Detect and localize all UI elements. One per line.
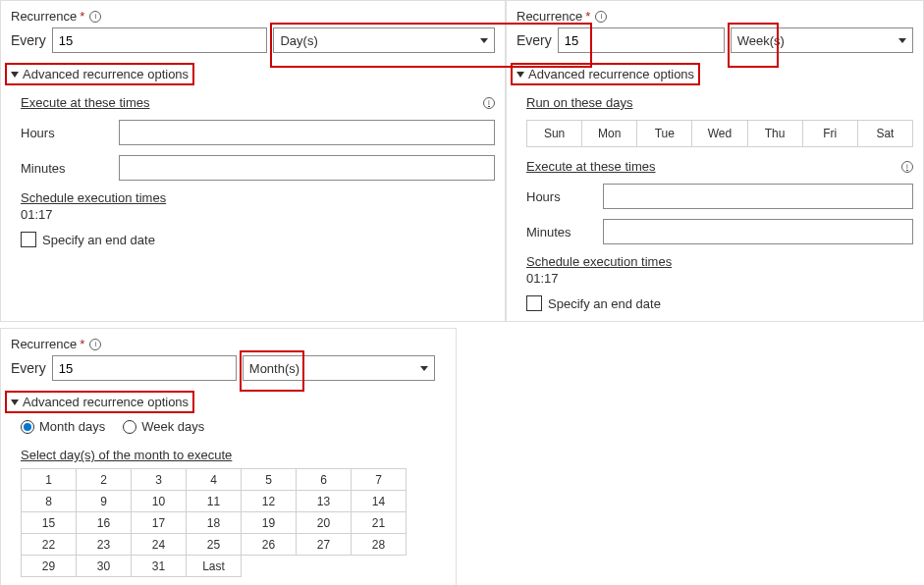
unit-select[interactable]: Week(s)	[731, 27, 913, 53]
hours-input[interactable]	[119, 120, 495, 145]
radio-month-days[interactable]: Month days	[21, 419, 105, 434]
select-month-days-label: Select day(s) of the month to execute	[11, 448, 446, 462]
execute-times-label: Execute at these times	[526, 159, 656, 174]
month-day[interactable]: 1	[22, 469, 77, 491]
execute-times-header: Execute at these times i	[21, 95, 495, 110]
month-day[interactable]: 17	[132, 512, 187, 534]
every-value-input[interactable]	[52, 355, 237, 381]
month-day[interactable]: Last	[187, 556, 242, 577]
month-day[interactable]: 29	[22, 556, 77, 577]
day-sun[interactable]: Sun	[527, 121, 582, 146]
day-wed[interactable]: Wed	[692, 121, 747, 146]
day-fri[interactable]: Fri	[803, 121, 858, 146]
month-day[interactable]: 6	[297, 469, 352, 491]
month-day[interactable]: 5	[242, 469, 297, 491]
minutes-label: Minutes	[21, 161, 119, 176]
advanced-options-label: Advanced recurrence options	[23, 67, 189, 81]
recurrence-panel-months: Recurrence * i Every Month(s) Advanced r…	[0, 328, 457, 585]
recurrence-label-row: Recurrence * i	[516, 9, 913, 24]
month-day[interactable]: 28	[352, 534, 407, 556]
recurrence-title: Recurrence	[516, 9, 582, 24]
minutes-input[interactable]	[119, 155, 495, 181]
month-day[interactable]: 27	[297, 534, 352, 556]
end-date-label: Specify an end date	[42, 233, 155, 247]
month-day[interactable]: 20	[297, 512, 352, 534]
advanced-options-toggle[interactable]: Advanced recurrence options	[11, 67, 189, 81]
every-row: Every Month(s)	[11, 355, 446, 381]
hours-input[interactable]	[603, 184, 913, 209]
radio-week-days[interactable]: Week days	[123, 419, 204, 434]
execute-times-label: Execute at these times	[21, 95, 150, 110]
chevron-down-icon	[420, 366, 428, 371]
month-day[interactable]: 21	[352, 512, 407, 534]
recurrence-panel-days: Recurrence * i Every Day(s) Advanced rec…	[0, 0, 506, 322]
month-day[interactable]: 24	[132, 534, 187, 556]
empty-cell	[242, 556, 297, 577]
collapse-icon	[11, 72, 19, 78]
month-day[interactable]: 23	[77, 534, 132, 556]
month-day[interactable]: 11	[187, 491, 242, 512]
month-day[interactable]: 16	[77, 512, 132, 534]
schedule-times-label: Schedule execution times	[21, 190, 495, 205]
help-icon[interactable]: i	[89, 11, 101, 23]
end-date-checkbox[interactable]	[21, 232, 36, 247]
help-icon[interactable]: i	[483, 97, 495, 109]
month-day[interactable]: 8	[22, 491, 77, 512]
unit-select-value: Week(s)	[737, 33, 785, 48]
every-label: Every	[11, 32, 46, 48]
every-value-input[interactable]	[52, 27, 268, 53]
every-label: Every	[11, 360, 46, 376]
every-value-input[interactable]	[558, 27, 725, 53]
unit-select[interactable]: Month(s)	[243, 355, 435, 381]
month-day[interactable]: 13	[297, 491, 352, 512]
collapse-icon	[11, 399, 19, 405]
required-asterisk: *	[585, 9, 590, 24]
month-day[interactable]: 30	[77, 556, 132, 577]
month-day[interactable]: 22	[22, 534, 77, 556]
month-day[interactable]: 25	[187, 534, 242, 556]
end-date-label: Specify an end date	[548, 296, 661, 311]
month-day[interactable]: 10	[132, 491, 187, 512]
month-day[interactable]: 15	[22, 512, 77, 534]
day-thu[interactable]: Thu	[748, 121, 803, 146]
end-date-row[interactable]: Specify an end date	[526, 295, 913, 311]
month-day[interactable]: 26	[242, 534, 297, 556]
unit-select-value: Month(s)	[249, 361, 299, 376]
unit-select[interactable]: Day(s)	[273, 27, 495, 53]
month-day[interactable]: 7	[352, 469, 407, 491]
month-day[interactable]: 19	[242, 512, 297, 534]
help-icon[interactable]: i	[595, 11, 607, 23]
required-asterisk: *	[80, 337, 84, 351]
radio-month-days-label: Month days	[39, 419, 105, 434]
end-date-checkbox[interactable]	[526, 295, 542, 311]
advanced-options-label: Advanced recurrence options	[23, 395, 189, 409]
every-row: Every Day(s)	[11, 27, 495, 53]
day-grid: Sun Mon Tue Wed Thu Fri Sat	[526, 120, 913, 147]
day-tue[interactable]: Tue	[637, 121, 692, 146]
schedule-time-value: 01:17	[526, 271, 913, 286]
minutes-row: Minutes	[21, 155, 495, 181]
minutes-input[interactable]	[603, 219, 913, 244]
advanced-options-toggle[interactable]: Advanced recurrence options	[516, 67, 694, 81]
month-day[interactable]: 2	[77, 469, 132, 491]
execute-times-section: Execute at these times i Hours Minutes S…	[11, 95, 495, 247]
month-day[interactable]: 12	[242, 491, 297, 512]
month-day[interactable]: 3	[132, 469, 187, 491]
every-row: Every Week(s)	[516, 27, 913, 53]
unit-select-value: Day(s)	[280, 33, 317, 48]
minutes-label: Minutes	[526, 225, 603, 239]
advanced-options-toggle[interactable]: Advanced recurrence options	[11, 395, 189, 409]
day-mon[interactable]: Mon	[582, 121, 637, 146]
radio-row: Month days Week days	[11, 419, 446, 434]
end-date-row[interactable]: Specify an end date	[21, 232, 495, 247]
day-sat[interactable]: Sat	[858, 121, 912, 146]
recurrence-title: Recurrence	[11, 9, 77, 24]
month-day[interactable]: 18	[187, 512, 242, 534]
month-day[interactable]: 9	[77, 491, 132, 512]
month-day[interactable]: 4	[187, 469, 242, 491]
help-icon[interactable]: i	[901, 161, 913, 173]
help-icon[interactable]: i	[89, 339, 101, 350]
month-day[interactable]: 14	[352, 491, 407, 512]
month-day[interactable]: 31	[132, 556, 187, 577]
recurrence-panel-weeks: Recurrence * i Every Week(s) Advanced re…	[506, 0, 924, 322]
